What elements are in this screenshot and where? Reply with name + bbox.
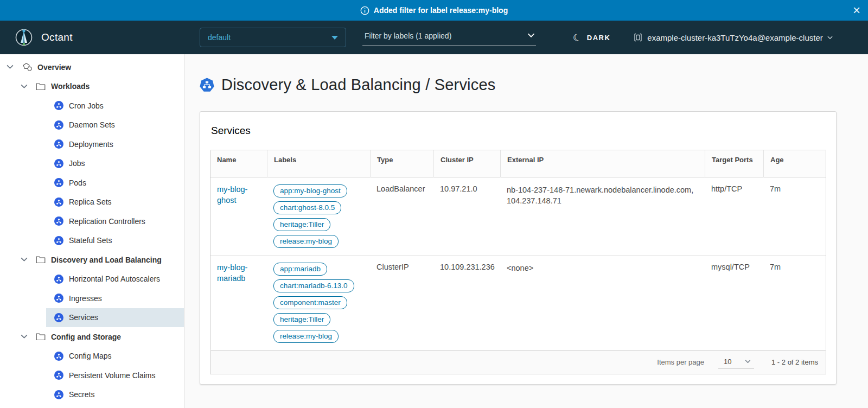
sidebar-group-workloads[interactable]: Workloads xyxy=(0,77,184,97)
service-type: LoadBalancer xyxy=(370,177,433,255)
sidebar-item-label: Horizontal Pod Autoscalers xyxy=(69,275,160,283)
cluster-ip: 10.109.231.236 xyxy=(433,255,500,350)
cluster-ip: 10.97.21.0 xyxy=(433,177,500,255)
sidebar-item-daemon-sets[interactable]: Daemon Sets xyxy=(46,116,184,135)
cluster-context-label: example-cluster-ka3TuTzYo4a@example-clus… xyxy=(647,33,822,42)
label-badge[interactable]: component:master xyxy=(273,296,347,309)
sidebar-item-label: Cron Jobs xyxy=(69,101,104,110)
sidebar-item-jobs[interactable]: Jobs xyxy=(46,154,184,174)
sidebar-item-label: Replication Controllers xyxy=(69,217,145,226)
sidebar-item-label: Config Maps xyxy=(69,352,112,360)
chevron-down-icon xyxy=(527,33,535,38)
folder-icon xyxy=(36,333,46,341)
persistent-volume-claims-icon xyxy=(54,371,63,380)
sidebar-item-overview[interactable]: Overview xyxy=(0,58,184,77)
folder-icon xyxy=(36,256,46,264)
sidebar-item-config-maps[interactable]: Config Maps xyxy=(46,347,184,366)
label-filter-select[interactable]: Filter by labels (1 applied) xyxy=(362,29,536,46)
sidebar-item-services[interactable]: Services xyxy=(46,308,184,328)
cluster-icon xyxy=(633,33,643,42)
caret-down-icon xyxy=(331,36,338,40)
sidebar-item-label: Services xyxy=(69,313,98,322)
table-row: my-blog-mariadb app:mariadb chart:mariad… xyxy=(210,255,826,350)
sidebar-group-discovery-and-load-balancing[interactable]: Discovery and Load Balancing xyxy=(0,250,184,270)
sidebar-group-config-and-storage[interactable]: Config and Storage xyxy=(0,327,184,347)
service-name-link[interactable]: my-blog-mariadb xyxy=(217,263,260,284)
sidebar-item-label: Pods xyxy=(69,178,86,187)
chevron-down-icon[interactable] xyxy=(7,65,14,69)
label-badge[interactable]: release:my-blog xyxy=(273,330,339,343)
column-header-target-ports: Target Ports xyxy=(705,150,763,177)
theme-toggle[interactable]: ☾ DARK xyxy=(573,32,610,43)
folder-icon xyxy=(36,82,46,91)
namespace-value: default xyxy=(208,33,231,42)
info-banner: Added filter for label release:my-blog × xyxy=(0,0,868,21)
chevron-down-icon xyxy=(745,360,751,364)
namespace-select[interactable]: default xyxy=(200,28,346,47)
chevron-down-icon[interactable] xyxy=(21,334,28,339)
sidebar-item-stateful-sets[interactable]: Stateful Sets xyxy=(46,231,184,251)
sidebar-item-persistent-volume-claims[interactable]: Persistent Volume Claims xyxy=(46,366,184,385)
sidebar-group-label: Config and Storage xyxy=(51,333,121,341)
services-icon xyxy=(54,313,63,322)
page-size-select[interactable]: 10 xyxy=(718,356,754,368)
octant-logo-icon xyxy=(14,28,34,47)
age: 7m xyxy=(763,255,826,350)
service-name-link[interactable]: my-blog-ghost xyxy=(217,184,260,206)
sidebar-item-deployments[interactable]: Deployments xyxy=(46,135,184,154)
page-size-value: 10 xyxy=(724,358,731,366)
pods-icon xyxy=(54,178,63,187)
label-badge[interactable]: chart:ghost-8.0.5 xyxy=(273,201,341,214)
sidebar-item-label: Overview xyxy=(37,63,71,72)
card-title: Services xyxy=(211,125,826,137)
sidebar-nav: Overview Workloads Cron Jobs Daemon Sets… xyxy=(0,54,184,408)
sidebar-item-secrets[interactable]: Secrets xyxy=(46,385,184,405)
sidebar-item-pods[interactable]: Pods xyxy=(46,173,184,193)
replication-controllers-icon xyxy=(54,216,63,226)
close-icon[interactable]: × xyxy=(853,4,860,17)
label-badge[interactable]: app:my-blog-ghost xyxy=(273,184,347,197)
label-badge[interactable]: chart:mariadb-6.13.0 xyxy=(273,279,354,292)
stateful-sets-icon xyxy=(54,236,63,245)
app-header: Octant default Filter by labels (1 appli… xyxy=(0,21,868,54)
sidebar-item-cron-jobs[interactable]: Cron Jobs xyxy=(46,96,184,116)
applications-icon xyxy=(22,62,33,72)
chevron-down-icon[interactable] xyxy=(21,257,28,262)
table-footer: Items per page 10 1 - 2 of 2 items xyxy=(210,350,826,374)
app-title: Octant xyxy=(41,31,73,43)
target-ports: mysql/TCP xyxy=(705,255,763,350)
config-maps-icon xyxy=(54,352,63,361)
chevron-down-icon[interactable] xyxy=(21,84,28,89)
label-filter-text: Filter by labels (1 applied) xyxy=(365,31,451,40)
banner-message: Added filter for label release:my-blog xyxy=(374,6,508,15)
sidebar-item-label: Jobs xyxy=(69,159,85,168)
pagination-range-label: 1 - 2 of 2 items xyxy=(771,358,818,366)
horizontal-pod-autoscalers-icon xyxy=(54,275,63,284)
sidebar-item-label: Daemon Sets xyxy=(69,120,115,129)
jobs-icon xyxy=(54,159,63,168)
replica-sets-icon xyxy=(54,197,63,207)
sidebar-item-replica-sets[interactable]: Replica Sets xyxy=(46,193,184,212)
label-badge[interactable]: heritage:Tiller xyxy=(273,218,330,231)
external-ip: nb-104-237-148-71.newark.nodebalancer.li… xyxy=(500,177,705,255)
label-badge[interactable]: heritage:Tiller xyxy=(273,313,330,326)
theme-toggle-label: DARK xyxy=(587,34,611,42)
label-badge[interactable]: app:mariadb xyxy=(273,263,327,276)
services-table: Name Labels Type Cluster IP External IP … xyxy=(210,150,826,350)
deployments-icon xyxy=(54,139,63,149)
sidebar-item-ingresses[interactable]: Ingresses xyxy=(46,289,184,308)
column-header-age: Age xyxy=(763,150,826,177)
label-badge[interactable]: release:my-blog xyxy=(273,235,339,248)
sidebar-item-label: Deployments xyxy=(69,140,113,149)
sidebar-item-label: Persistent Volume Claims xyxy=(69,371,156,380)
secrets-icon xyxy=(54,390,63,399)
sidebar-item-label: Stateful Sets xyxy=(69,236,112,245)
service-heptagon-icon xyxy=(200,78,214,92)
cluster-context-menu[interactable]: example-cluster-ka3TuTzYo4a@example-clus… xyxy=(633,33,832,42)
column-header-labels: Labels xyxy=(267,150,370,177)
sidebar-item-horizontal-pod-autoscalers[interactable]: Horizontal Pod Autoscalers xyxy=(46,270,184,289)
sidebar-group-label: Workloads xyxy=(51,82,90,91)
services-card: Services Name Labels Type Cluster IP Ext… xyxy=(200,111,837,385)
target-ports: http/TCP xyxy=(705,177,763,255)
sidebar-item-replication-controllers[interactable]: Replication Controllers xyxy=(46,212,184,231)
